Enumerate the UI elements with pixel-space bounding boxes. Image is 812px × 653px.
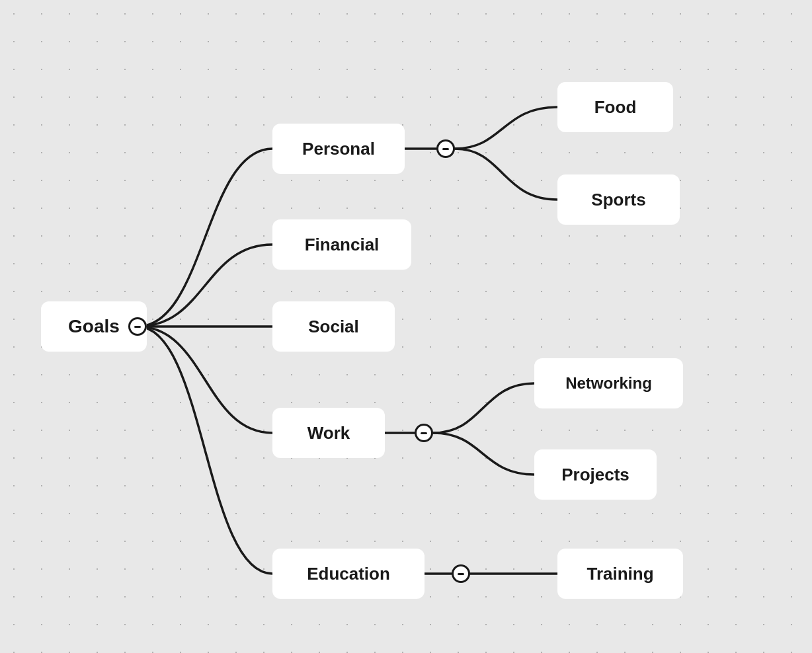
training-label: Training <box>587 564 653 584</box>
sports-label: Sports <box>591 190 645 210</box>
social-label: Social <box>308 317 359 337</box>
training-node[interactable]: Training <box>557 549 683 599</box>
personal-node[interactable]: Personal <box>272 124 405 174</box>
projects-node[interactable]: Projects <box>534 449 657 500</box>
social-node[interactable]: Social <box>272 301 395 352</box>
education-collapse-button[interactable] <box>452 564 470 583</box>
networking-label: Networking <box>565 374 652 393</box>
personal-label: Personal <box>302 139 375 159</box>
sports-node[interactable]: Sports <box>557 174 680 225</box>
food-node[interactable]: Food <box>557 82 673 132</box>
education-node[interactable]: Education <box>272 549 425 599</box>
networking-node[interactable]: Networking <box>534 358 683 408</box>
financial-node[interactable]: Financial <box>272 219 411 270</box>
goals-collapse-button[interactable] <box>128 317 147 336</box>
work-node[interactable]: Work <box>272 408 385 458</box>
work-label: Work <box>307 423 350 443</box>
education-label: Education <box>307 564 390 584</box>
projects-label: Projects <box>561 465 629 485</box>
financial-label: Financial <box>305 235 380 255</box>
work-collapse-button[interactable] <box>415 424 433 442</box>
food-label: Food <box>594 97 637 118</box>
goals-label: Goals <box>68 316 120 337</box>
personal-collapse-button[interactable] <box>436 139 455 158</box>
